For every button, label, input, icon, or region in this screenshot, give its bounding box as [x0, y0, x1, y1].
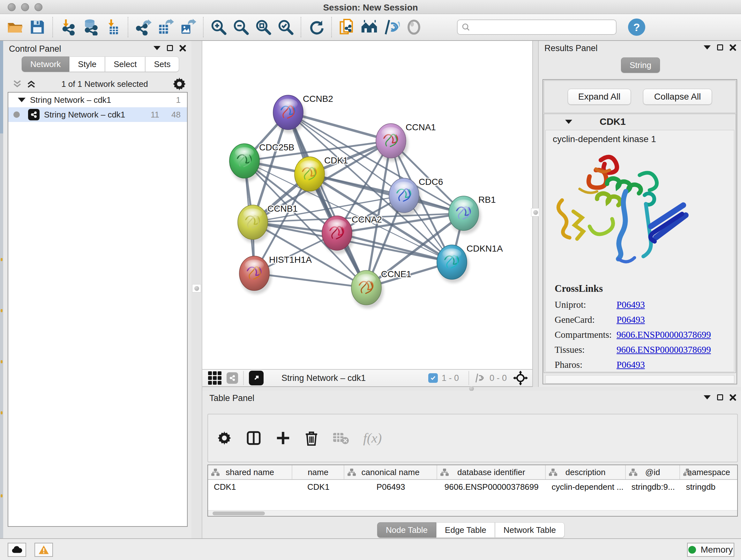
- scrollbar-thumb[interactable]: [212, 511, 265, 515]
- clone-network-button[interactable]: [338, 18, 356, 37]
- first-neighbors-button[interactable]: [360, 18, 379, 37]
- zoom-out-icon: [232, 19, 249, 36]
- network-node-CCNB1[interactable]: CCNB1: [238, 204, 298, 243]
- node-label-CDKN1A: CDKN1A: [467, 244, 503, 253]
- tab-node-table[interactable]: Node Table: [377, 522, 436, 538]
- warning-status-button[interactable]: [35, 543, 53, 557]
- panel-menu-icon[interactable]: [153, 46, 160, 50]
- network-node-CDKN1A[interactable]: CDKN1A: [437, 244, 503, 283]
- memory-status-dot-icon: [688, 546, 696, 554]
- network-node-CDC25B[interactable]: CDC25B: [229, 142, 294, 182]
- panel-float-icon[interactable]: [167, 45, 173, 51]
- panel-close-icon[interactable]: [179, 45, 186, 51]
- column-header[interactable]: shared name: [208, 465, 292, 479]
- results-panel-title: Results Panel: [544, 44, 598, 53]
- crosslink-link[interactable]: P06493: [616, 300, 645, 310]
- right-splitter[interactable]: [532, 41, 539, 388]
- tab-edge-table[interactable]: Edge Table: [436, 522, 495, 538]
- search-input[interactable]: [457, 19, 616, 35]
- zoom-fit-button[interactable]: [254, 18, 273, 37]
- column-header[interactable]: canonical name: [344, 465, 437, 479]
- add-column-icon[interactable]: [276, 431, 290, 445]
- zoom-out-button[interactable]: [232, 18, 250, 37]
- column-header[interactable]: description: [546, 465, 625, 479]
- panel-menu-icon[interactable]: [704, 395, 711, 399]
- collapse-all-button[interactable]: Collapse All: [643, 89, 712, 105]
- import-table-button[interactable]: [104, 18, 122, 37]
- node-label-CCNE1: CCNE1: [381, 269, 411, 279]
- help-button[interactable]: ?: [628, 18, 645, 36]
- crosslink-link[interactable]: 9606.ENSP00000378699: [616, 345, 711, 355]
- expand-all-icon[interactable]: [26, 79, 37, 89]
- collapse-section-icon[interactable]: [565, 120, 572, 124]
- column-tree-icon: [549, 468, 557, 476]
- horizontal-splitter[interactable]: [202, 387, 741, 391]
- crosslink-link[interactable]: P06493: [616, 314, 645, 325]
- left-splitter[interactable]: [192, 41, 202, 538]
- splitter-handle[interactable]: [469, 386, 474, 391]
- panel-menu-icon[interactable]: [704, 45, 711, 50]
- table-panel: Table Panel f(x) shared name name canoni…: [202, 391, 741, 538]
- network-node-CDK1[interactable]: CDK1: [294, 155, 348, 195]
- node-label-CDK1: CDK1: [324, 155, 348, 165]
- splitter-handle[interactable]: [192, 284, 201, 293]
- panel-close-icon[interactable]: [730, 394, 736, 400]
- export-image-button[interactable]: [179, 18, 197, 37]
- show-all-button[interactable]: [405, 18, 423, 37]
- expand-all-button[interactable]: Expand All: [568, 89, 631, 105]
- tab-style[interactable]: Style: [69, 57, 105, 72]
- tab-string-results[interactable]: String: [621, 57, 660, 73]
- column-tree-icon: [347, 468, 356, 476]
- table-gear-icon[interactable]: [217, 431, 232, 445]
- tab-sets[interactable]: Sets: [145, 57, 179, 72]
- import-network-database-button[interactable]: [81, 18, 99, 37]
- panel-float-icon[interactable]: [717, 394, 723, 400]
- zoom-selected-button[interactable]: [276, 18, 295, 37]
- crosslink-link[interactable]: 9606.ENSP00000378699: [616, 329, 711, 340]
- column-header[interactable]: namespace: [680, 465, 737, 479]
- panel-float-icon[interactable]: [717, 44, 723, 51]
- string-view-icon[interactable]: [226, 372, 238, 384]
- selected-checkbox-icon[interactable]: [428, 373, 438, 383]
- tab-select[interactable]: Select: [105, 57, 145, 72]
- crosslink-link[interactable]: P06493: [616, 360, 645, 370]
- crosslinks-section: CrossLinks Uniprot:P06493 GeneCard:P0649…: [555, 283, 733, 370]
- network-canvas[interactable]: CCNB2CCNA1CDC25BCDK1CDC6RB1CCNB1CCNA2CDK…: [202, 41, 532, 369]
- save-session-button[interactable]: [28, 18, 47, 37]
- search-icon: [461, 23, 470, 32]
- column-header[interactable]: name: [292, 465, 344, 479]
- hide-selected-button[interactable]: [382, 18, 401, 37]
- open-session-button[interactable]: [6, 18, 24, 37]
- show-columns-icon[interactable]: [246, 430, 262, 446]
- network-node-CCNB2[interactable]: CCNB2: [273, 94, 333, 133]
- results-scrollbar[interactable]: [545, 375, 734, 383]
- panel-close-icon[interactable]: [730, 44, 736, 51]
- open-in-browser-icon[interactable]: [249, 371, 264, 385]
- cloud-status-button[interactable]: [8, 543, 26, 557]
- tree-expand-icon[interactable]: [18, 98, 25, 102]
- network-collection-row[interactable]: String Network – cdk1 1: [8, 92, 187, 107]
- network-node-RB1[interactable]: RB1: [449, 195, 495, 234]
- protein-structure-image: [552, 150, 702, 278]
- import-network-file-button[interactable]: [59, 18, 77, 37]
- apply-layout-button[interactable]: [307, 18, 326, 37]
- fit-selected-crosshair-icon[interactable]: [513, 371, 528, 385]
- column-header[interactable]: database identifier: [437, 465, 546, 479]
- network-row-selected[interactable]: String Network – cdk1 11 48: [8, 107, 187, 122]
- collapse-all-icon[interactable]: [12, 79, 23, 89]
- zoom-in-button[interactable]: [209, 18, 228, 37]
- column-header[interactable]: @id: [626, 465, 680, 479]
- memory-button[interactable]: Memory: [687, 543, 734, 557]
- network-node-CCNE1[interactable]: CCNE1: [351, 269, 411, 308]
- table-hscrollbar[interactable]: [208, 510, 737, 516]
- birds-eye-view-icon[interactable]: [208, 371, 221, 385]
- protein-card-header[interactable]: CDK1: [544, 114, 736, 129]
- gear-icon[interactable]: [172, 77, 186, 91]
- network-node-HIST1H1A[interactable]: HIST1H1A: [239, 255, 312, 294]
- export-network-button[interactable]: [134, 18, 152, 37]
- delete-column-icon[interactable]: [305, 430, 319, 446]
- tab-network-table[interactable]: Network Table: [495, 522, 564, 538]
- export-table-button[interactable]: [156, 18, 175, 37]
- table-row[interactable]: CDK1 CDK1 P06493 9606.ENSP00000378699 cy…: [208, 480, 737, 494]
- tab-network[interactable]: Network: [22, 57, 69, 72]
